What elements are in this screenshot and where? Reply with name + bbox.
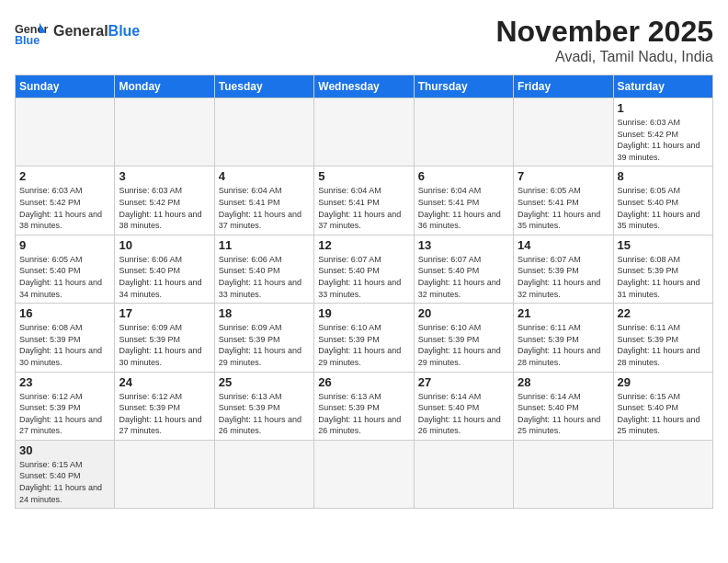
header-sunday: Sunday — [16, 75, 115, 98]
day-number: 24 — [119, 375, 210, 389]
day-info: Sunrise: 6:07 AMSunset: 5:40 PMDaylight:… — [418, 254, 509, 300]
day-info: Sunrise: 6:14 AMSunset: 5:40 PMDaylight:… — [518, 391, 609, 437]
logo-blue: Blue — [108, 23, 141, 39]
day-info: Sunrise: 6:10 AMSunset: 5:39 PMDaylight:… — [418, 322, 509, 368]
day-info: Sunrise: 6:07 AMSunset: 5:39 PMDaylight:… — [518, 254, 609, 300]
day-info: Sunrise: 6:13 AMSunset: 5:39 PMDaylight:… — [219, 391, 310, 437]
day-info: Sunrise: 6:11 AMSunset: 5:39 PMDaylight:… — [518, 322, 609, 368]
calendar-cell — [514, 98, 613, 167]
calendar-cell: 23Sunrise: 6:12 AMSunset: 5:39 PMDayligh… — [16, 372, 115, 440]
calendar-cell: 22Sunrise: 6:11 AMSunset: 5:39 PMDayligh… — [613, 304, 712, 372]
day-number: 5 — [318, 169, 409, 183]
day-info: Sunrise: 6:13 AMSunset: 5:39 PMDaylight:… — [318, 391, 409, 437]
calendar-header-row: Sunday Monday Tuesday Wednesday Thursday… — [16, 75, 713, 98]
day-info: Sunrise: 6:05 AMSunset: 5:40 PMDaylight:… — [618, 185, 709, 231]
day-number: 28 — [518, 375, 609, 389]
day-number: 9 — [19, 238, 110, 252]
day-number: 1 — [618, 101, 709, 115]
calendar-cell — [214, 98, 313, 167]
calendar-cell — [214, 440, 313, 508]
day-number: 10 — [119, 238, 210, 252]
day-number: 2 — [19, 169, 110, 183]
calendar-cell: 25Sunrise: 6:13 AMSunset: 5:39 PMDayligh… — [214, 372, 313, 440]
logo-icon: General Blue — [15, 15, 48, 48]
calendar-cell — [514, 440, 613, 508]
day-info: Sunrise: 6:03 AMSunset: 5:42 PMDaylight:… — [119, 185, 210, 231]
calendar-cell: 14Sunrise: 6:07 AMSunset: 5:39 PMDayligh… — [514, 235, 613, 303]
calendar-cell — [314, 440, 414, 508]
calendar-week-row: 9Sunrise: 6:05 AMSunset: 5:40 PMDaylight… — [16, 235, 713, 303]
day-number: 14 — [518, 238, 609, 252]
day-number: 15 — [618, 238, 709, 252]
calendar-cell: 8Sunrise: 6:05 AMSunset: 5:40 PMDaylight… — [613, 167, 712, 235]
calendar-cell — [414, 440, 513, 508]
day-number: 19 — [318, 306, 409, 320]
day-number: 21 — [518, 306, 609, 320]
calendar-cell: 9Sunrise: 6:05 AMSunset: 5:40 PMDaylight… — [16, 235, 115, 303]
calendar-cell: 6Sunrise: 6:04 AMSunset: 5:41 PMDaylight… — [414, 167, 513, 235]
day-number: 7 — [518, 169, 609, 183]
calendar-cell: 4Sunrise: 6:04 AMSunset: 5:41 PMDaylight… — [214, 167, 313, 235]
month-title: November 2025 — [495, 15, 713, 49]
day-number: 8 — [618, 169, 709, 183]
day-number: 25 — [219, 375, 310, 389]
calendar-cell: 26Sunrise: 6:13 AMSunset: 5:39 PMDayligh… — [314, 372, 414, 440]
day-number: 18 — [219, 306, 310, 320]
day-number: 3 — [119, 169, 210, 183]
calendar-cell — [115, 98, 214, 167]
day-number: 22 — [618, 306, 709, 320]
svg-text:Blue: Blue — [15, 34, 40, 47]
calendar-cell: 11Sunrise: 6:06 AMSunset: 5:40 PMDayligh… — [214, 235, 313, 303]
calendar-week-row: 2Sunrise: 6:03 AMSunset: 5:42 PMDaylight… — [16, 167, 713, 235]
day-info: Sunrise: 6:09 AMSunset: 5:39 PMDaylight:… — [119, 322, 210, 368]
calendar-cell — [16, 98, 115, 167]
logo-general: General — [53, 23, 108, 39]
calendar-week-row: 30Sunrise: 6:15 AMSunset: 5:40 PMDayligh… — [16, 440, 713, 508]
day-info: Sunrise: 6:08 AMSunset: 5:39 PMDaylight:… — [618, 254, 709, 300]
calendar-cell: 12Sunrise: 6:07 AMSunset: 5:40 PMDayligh… — [314, 235, 414, 303]
day-info: Sunrise: 6:12 AMSunset: 5:39 PMDaylight:… — [119, 391, 210, 437]
day-number: 12 — [318, 238, 409, 252]
day-info: Sunrise: 6:05 AMSunset: 5:41 PMDaylight:… — [518, 185, 609, 231]
header-monday: Monday — [115, 75, 214, 98]
day-number: 13 — [418, 238, 509, 252]
day-number: 29 — [618, 375, 709, 389]
calendar-cell: 29Sunrise: 6:15 AMSunset: 5:40 PMDayligh… — [613, 372, 712, 440]
header-thursday: Thursday — [414, 75, 513, 98]
day-info: Sunrise: 6:05 AMSunset: 5:40 PMDaylight:… — [19, 254, 110, 300]
header-tuesday: Tuesday — [214, 75, 313, 98]
calendar-cell: 24Sunrise: 6:12 AMSunset: 5:39 PMDayligh… — [115, 372, 214, 440]
header-saturday: Saturday — [613, 75, 712, 98]
calendar-week-row: 23Sunrise: 6:12 AMSunset: 5:39 PMDayligh… — [16, 372, 713, 440]
day-info: Sunrise: 6:09 AMSunset: 5:39 PMDaylight:… — [219, 322, 310, 368]
day-number: 4 — [219, 169, 310, 183]
calendar-week-row: 1Sunrise: 6:03 AMSunset: 5:42 PMDaylight… — [16, 98, 713, 167]
title-block: November 2025 Avadi, Tamil Nadu, India — [495, 15, 713, 65]
header-friday: Friday — [514, 75, 613, 98]
day-info: Sunrise: 6:04 AMSunset: 5:41 PMDaylight:… — [318, 185, 409, 231]
day-info: Sunrise: 6:15 AMSunset: 5:40 PMDaylight:… — [19, 459, 110, 505]
day-info: Sunrise: 6:03 AMSunset: 5:42 PMDaylight:… — [19, 185, 110, 231]
calendar-cell: 7Sunrise: 6:05 AMSunset: 5:41 PMDaylight… — [514, 167, 613, 235]
day-number: 26 — [318, 375, 409, 389]
day-number: 20 — [418, 306, 509, 320]
day-info: Sunrise: 6:07 AMSunset: 5:40 PMDaylight:… — [318, 254, 409, 300]
day-number: 6 — [418, 169, 509, 183]
day-info: Sunrise: 6:06 AMSunset: 5:40 PMDaylight:… — [119, 254, 210, 300]
calendar-cell: 16Sunrise: 6:08 AMSunset: 5:39 PMDayligh… — [16, 304, 115, 372]
calendar-cell — [115, 440, 214, 508]
day-number: 23 — [19, 375, 110, 389]
logo: General Blue GeneralBlue — [15, 15, 140, 48]
day-info: Sunrise: 6:03 AMSunset: 5:42 PMDaylight:… — [618, 117, 709, 163]
calendar-cell: 20Sunrise: 6:10 AMSunset: 5:39 PMDayligh… — [414, 304, 513, 372]
calendar-cell: 30Sunrise: 6:15 AMSunset: 5:40 PMDayligh… — [16, 440, 115, 508]
day-info: Sunrise: 6:04 AMSunset: 5:41 PMDaylight:… — [219, 185, 310, 231]
calendar-table: Sunday Monday Tuesday Wednesday Thursday… — [15, 75, 713, 509]
day-info: Sunrise: 6:06 AMSunset: 5:40 PMDaylight:… — [219, 254, 310, 300]
calendar-cell — [314, 98, 414, 167]
day-number: 30 — [19, 443, 110, 457]
calendar-cell: 28Sunrise: 6:14 AMSunset: 5:40 PMDayligh… — [514, 372, 613, 440]
calendar-cell: 1Sunrise: 6:03 AMSunset: 5:42 PMDaylight… — [613, 98, 712, 167]
calendar-cell: 10Sunrise: 6:06 AMSunset: 5:40 PMDayligh… — [115, 235, 214, 303]
day-info: Sunrise: 6:14 AMSunset: 5:40 PMDaylight:… — [418, 391, 509, 437]
